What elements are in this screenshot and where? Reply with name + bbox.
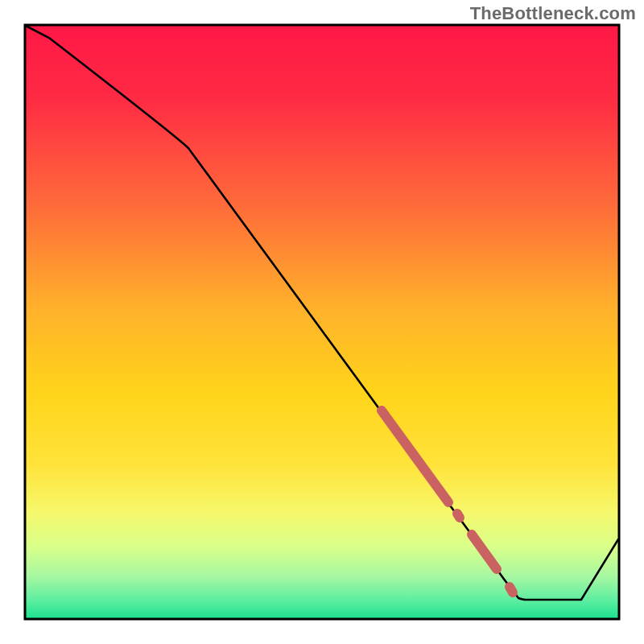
watermark-label: TheBottleneck.com <box>470 3 636 24</box>
dash-dot-1 <box>457 514 460 518</box>
plot-area-gradient <box>26 26 618 618</box>
chart-canvas <box>0 0 644 644</box>
chart-stage: TheBottleneck.com <box>0 0 644 644</box>
dash-dot-2 <box>510 587 513 592</box>
